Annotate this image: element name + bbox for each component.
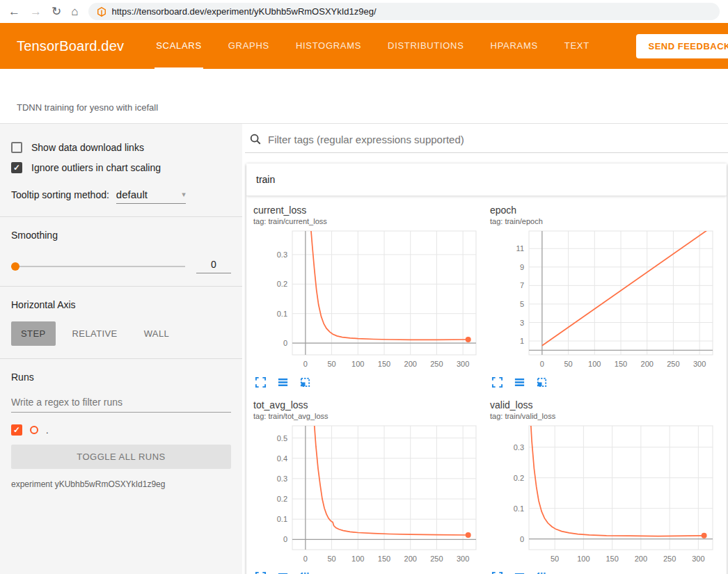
svg-text:0.2: 0.2 <box>277 495 287 503</box>
tab-graphs[interactable]: GRAPHS <box>227 23 271 69</box>
svg-text:0.2: 0.2 <box>514 474 524 482</box>
chart-tag: tag: train/valid_loss <box>490 411 721 422</box>
fullscreen-icon[interactable] <box>491 571 503 574</box>
tab-hparams[interactable]: HPARAMS <box>489 23 539 69</box>
view-data-icon[interactable] <box>277 376 289 388</box>
line-chart-epoch[interactable]: 0501001502002503001357911 <box>490 228 720 373</box>
charts-grid: current_loss tag: train/current_loss 050… <box>246 196 727 574</box>
tab-scalars[interactable]: SCALARS <box>155 23 203 69</box>
svg-text:50: 50 <box>327 360 335 368</box>
app-logo: TensorBoard.dev <box>17 38 124 54</box>
content: Show data download links ✓ Ignore outlie… <box>0 124 728 574</box>
browser-toolbar: ← → ↻ ⌂ https://tensorboard.dev/experime… <box>0 0 728 23</box>
back-icon[interactable]: ← <box>8 6 20 17</box>
app-header: TensorBoard.dev SCALARS GRAPHS HISTOGRAM… <box>0 23 728 69</box>
chart-toolbar <box>253 568 484 574</box>
svg-text:1: 1 <box>520 337 524 345</box>
divider <box>0 216 242 217</box>
smoothing-label: Smoothing <box>11 230 231 241</box>
chart-tag: tag: train/tot_avg_loss <box>253 411 484 422</box>
svg-text:0.1: 0.1 <box>514 504 524 513</box>
tooltip-sorting-dropdown[interactable]: default ▾ <box>116 189 186 204</box>
tooltip-sorting-value: default <box>116 189 148 200</box>
tag-filter-input[interactable] <box>268 134 722 145</box>
forward-icon[interactable]: → <box>30 6 42 17</box>
svg-text:0.2: 0.2 <box>277 280 287 288</box>
axis-wall-button[interactable]: WALL <box>134 321 180 346</box>
smoothing-value[interactable]: 0 <box>196 259 231 273</box>
fullscreen-icon[interactable] <box>255 571 267 574</box>
address-bar[interactable]: https://tensorboard.dev/experiment/yKUbh… <box>88 3 720 20</box>
run-checkbox[interactable]: ✓ <box>11 424 22 436</box>
fullscreen-icon[interactable] <box>255 376 267 388</box>
svg-text:250: 250 <box>430 360 443 368</box>
show-download-links-label: Show data download links <box>31 142 144 153</box>
axis-relative-button[interactable]: RELATIVE <box>63 321 127 346</box>
view-data-icon[interactable] <box>514 376 525 388</box>
chart-card-tot-avg-loss: tot_avg_loss tag: train/tot_avg_loss 050… <box>253 399 484 574</box>
svg-text:100: 100 <box>351 555 364 563</box>
horizontal-axis-label: Horizontal Axis <box>11 299 231 310</box>
svg-text:0.3: 0.3 <box>277 250 287 259</box>
svg-text:100: 100 <box>577 555 589 563</box>
divider <box>0 358 242 359</box>
send-feedback-button[interactable]: SEND FEEDBACK <box>636 34 728 58</box>
runs-filter-input[interactable] <box>11 392 231 413</box>
svg-text:0: 0 <box>520 535 524 543</box>
svg-text:11: 11 <box>516 244 524 253</box>
reload-icon[interactable]: ↻ <box>52 6 61 17</box>
smoothing-slider-thumb[interactable] <box>11 262 19 271</box>
svg-text:0.4: 0.4 <box>277 454 287 463</box>
toggle-all-runs-button[interactable]: TOGGLE ALL RUNS <box>11 445 231 469</box>
svg-text:300: 300 <box>457 360 469 368</box>
fit-domain-icon[interactable] <box>536 376 548 388</box>
svg-text:300: 300 <box>692 555 704 563</box>
tooltip-sorting-row: Tooltip sorting method: default ▾ <box>11 189 231 204</box>
chart-tag: tag: train/epoch <box>490 216 721 227</box>
svg-text:9: 9 <box>520 263 524 271</box>
show-download-links-checkbox[interactable] <box>11 142 22 153</box>
svg-text:200: 200 <box>635 555 647 563</box>
svg-text:0: 0 <box>283 339 287 347</box>
home-icon[interactable]: ⌂ <box>71 6 78 17</box>
fit-domain-icon[interactable] <box>299 376 311 388</box>
chart-tag: tag: train/current_loss <box>253 216 484 227</box>
svg-text:7: 7 <box>520 281 524 289</box>
view-data-icon[interactable] <box>514 571 525 574</box>
line-chart-tot-avg-loss[interactable]: 05010015020025030000.10.20.30.40.5 <box>253 423 483 568</box>
experiment-bar: TDNN training for yesno with icefall <box>0 69 728 124</box>
show-download-links-row: Show data download links <box>11 142 231 153</box>
tag-group-header[interactable]: train <box>246 164 727 196</box>
view-data-icon[interactable] <box>277 571 289 574</box>
divider <box>0 286 242 287</box>
chart-toolbar <box>490 373 721 388</box>
fit-domain-icon[interactable] <box>536 571 548 574</box>
svg-text:0: 0 <box>540 360 544 368</box>
chart-card-valid-loss: valid_loss tag: train/valid_loss 5010015… <box>490 399 721 574</box>
svg-text:150: 150 <box>378 555 390 563</box>
svg-text:150: 150 <box>606 555 618 563</box>
chart-toolbar <box>490 568 721 574</box>
tab-histograms[interactable]: HISTOGRAMS <box>294 23 363 69</box>
axis-step-button[interactable]: STEP <box>11 321 56 346</box>
run-row: ✓ . <box>11 424 231 436</box>
fullscreen-icon[interactable] <box>491 376 503 388</box>
ignore-outliers-row: ✓ Ignore outliers in chart scaling <box>11 162 231 173</box>
svg-text:150: 150 <box>378 360 390 368</box>
smoothing-slider[interactable] <box>11 266 185 267</box>
svg-text:0.5: 0.5 <box>277 434 287 443</box>
svg-text:200: 200 <box>641 360 654 368</box>
tab-text[interactable]: TEXT <box>563 23 591 69</box>
fit-domain-icon[interactable] <box>299 571 311 574</box>
line-chart-current-loss[interactable]: 05010015020025030000.10.20.3 <box>253 228 483 373</box>
tab-distributions[interactable]: DISTRIBUTIONS <box>386 23 466 69</box>
tensorboard-favicon-icon <box>97 7 106 17</box>
line-chart-valid-loss[interactable]: 5010015020025030000.10.20.3 <box>490 423 720 568</box>
ignore-outliers-checkbox[interactable]: ✓ <box>11 162 22 173</box>
svg-text:100: 100 <box>351 360 364 368</box>
svg-text:250: 250 <box>430 555 443 563</box>
nav-tabs: SCALARS GRAPHS HISTOGRAMS DISTRIBUTIONS … <box>155 23 591 69</box>
svg-text:300: 300 <box>693 360 706 368</box>
svg-text:0.1: 0.1 <box>277 310 287 318</box>
svg-text:200: 200 <box>404 360 417 368</box>
